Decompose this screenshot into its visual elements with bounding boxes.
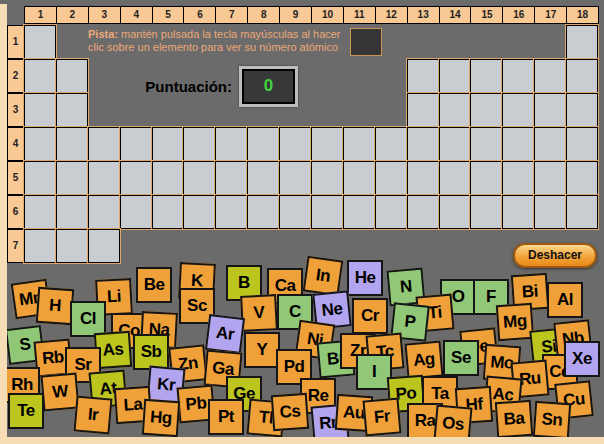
grid-cell-r6-c9[interactable] — [279, 195, 311, 229]
grid-cell-r5-c8[interactable] — [247, 161, 279, 195]
grid-cell-r4-c15[interactable] — [470, 127, 502, 161]
grid-cell-r4-c11[interactable] — [343, 127, 375, 161]
grid-cell-r4-c7[interactable] — [215, 127, 247, 161]
grid-cell-r6-c7[interactable] — [215, 195, 247, 229]
grid-cell-r4-c12[interactable] — [375, 127, 407, 161]
grid-cell-r5-c15[interactable] — [470, 161, 502, 195]
grid-cell-r5-c4[interactable] — [120, 161, 152, 195]
element-tile-Ar[interactable]: Ar — [205, 314, 245, 354]
grid-cell-r4-c16[interactable] — [502, 127, 534, 161]
grid-cell-r3-c13[interactable] — [407, 93, 439, 127]
grid-cell-r4-c5[interactable] — [152, 127, 184, 161]
grid-cell-r5-c17[interactable] — [534, 161, 566, 195]
grid-cell-r7-c1[interactable] — [24, 229, 56, 263]
grid-cell-r6-c13[interactable] — [407, 195, 439, 229]
element-tile-Pt[interactable]: Pt — [208, 399, 244, 435]
element-tile-Y[interactable]: Y — [244, 332, 280, 368]
grid-cell-r5-c14[interactable] — [439, 161, 471, 195]
element-tile-Be[interactable]: Be — [136, 267, 172, 303]
grid-cell-r3-c1[interactable] — [24, 93, 56, 127]
grid-cell-r6-c16[interactable] — [502, 195, 534, 229]
grid-cell-r5-c13[interactable] — [407, 161, 439, 195]
grid-cell-r4-c14[interactable] — [439, 127, 471, 161]
grid-cell-r2-c15[interactable] — [470, 59, 502, 93]
element-tile-Sn[interactable]: Sn — [533, 401, 571, 439]
grid-cell-r4-c3[interactable] — [88, 127, 120, 161]
grid-cell-r4-c13[interactable] — [407, 127, 439, 161]
grid-cell-r6-c15[interactable] — [470, 195, 502, 229]
grid-cell-r3-c16[interactable] — [502, 93, 534, 127]
element-tile-Hg[interactable]: Hg — [142, 399, 180, 437]
grid-cell-r4-c6[interactable] — [183, 127, 215, 161]
grid-cell-r7-c2[interactable] — [56, 229, 88, 263]
grid-cell-r2-c18[interactable] — [566, 59, 598, 93]
element-tile-Xe[interactable]: Xe — [564, 341, 600, 377]
grid-cell-r5-c7[interactable] — [215, 161, 247, 195]
grid-cell-r4-c17[interactable] — [534, 127, 566, 161]
element-tile-In[interactable]: In — [303, 256, 344, 297]
element-tile-W[interactable]: W — [40, 372, 79, 411]
element-tile-Ir[interactable]: Ir — [73, 395, 112, 434]
grid-cell-r6-c14[interactable] — [439, 195, 471, 229]
grid-cell-r6-c18[interactable] — [566, 195, 598, 229]
element-tile-Ag[interactable]: Ag — [404, 340, 443, 379]
grid-cell-r4-c10[interactable] — [311, 127, 343, 161]
element-tile-He[interactable]: He — [347, 260, 383, 296]
element-tile-Al[interactable]: Al — [547, 282, 583, 318]
element-tile-Te[interactable]: Te — [8, 393, 44, 429]
element-tile-Fr[interactable]: Fr — [362, 397, 401, 436]
grid-cell-r2-c17[interactable] — [534, 59, 566, 93]
undo-button[interactable]: Deshacer — [513, 243, 597, 268]
element-tile-Cr[interactable]: Cr — [352, 298, 388, 334]
grid-cell-r5-c11[interactable] — [343, 161, 375, 195]
grid-cell-r6-c11[interactable] — [343, 195, 375, 229]
grid-cell-r7-c3[interactable] — [88, 229, 120, 263]
grid-cell-r1-c1[interactable] — [24, 25, 56, 59]
grid-cell-r5-c3[interactable] — [88, 161, 120, 195]
grid-cell-r5-c1[interactable] — [24, 161, 56, 195]
grid-cell-r6-c8[interactable] — [247, 195, 279, 229]
grid-cell-r6-c4[interactable] — [120, 195, 152, 229]
grid-cell-r2-c16[interactable] — [502, 59, 534, 93]
grid-cell-r4-c8[interactable] — [247, 127, 279, 161]
grid-cell-r2-c13[interactable] — [407, 59, 439, 93]
grid-cell-r5-c12[interactable] — [375, 161, 407, 195]
grid-cell-r5-c5[interactable] — [152, 161, 184, 195]
element-tile-Cl[interactable]: Cl — [70, 301, 106, 337]
grid-cell-r1-c18[interactable] — [566, 25, 598, 59]
grid-cell-r6-c6[interactable] — [183, 195, 215, 229]
grid-cell-r5-c2[interactable] — [56, 161, 88, 195]
grid-cell-r3-c18[interactable] — [566, 93, 598, 127]
element-tile-Cs[interactable]: Cs — [271, 393, 309, 431]
grid-cell-r5-c10[interactable] — [311, 161, 343, 195]
grid-cell-r5-c18[interactable] — [566, 161, 598, 195]
grid-cell-r3-c17[interactable] — [534, 93, 566, 127]
grid-cell-r6-c1[interactable] — [24, 195, 56, 229]
element-tile-Ba[interactable]: Ba — [495, 400, 533, 438]
grid-cell-r6-c3[interactable] — [88, 195, 120, 229]
grid-cell-r2-c1[interactable] — [24, 59, 56, 93]
grid-cell-r3-c15[interactable] — [470, 93, 502, 127]
element-tile-Mg[interactable]: Mg — [496, 303, 534, 341]
grid-cell-r6-c5[interactable] — [152, 195, 184, 229]
grid-cell-r5-c16[interactable] — [502, 161, 534, 195]
grid-cell-r4-c2[interactable] — [56, 127, 88, 161]
grid-cell-r4-c4[interactable] — [120, 127, 152, 161]
grid-cell-r4-c18[interactable] — [566, 127, 598, 161]
grid-cell-r5-c9[interactable] — [279, 161, 311, 195]
grid-cell-r5-c6[interactable] — [183, 161, 215, 195]
grid-cell-r3-c2[interactable] — [56, 93, 88, 127]
grid-cell-r3-c14[interactable] — [439, 93, 471, 127]
grid-cell-r6-c10[interactable] — [311, 195, 343, 229]
element-tile-H[interactable]: H — [36, 287, 74, 325]
grid-cell-r6-c2[interactable] — [56, 195, 88, 229]
element-tile-Se[interactable]: Se — [443, 340, 479, 376]
grid-cell-r2-c14[interactable] — [439, 59, 471, 93]
element-tile-Sb[interactable]: Sb — [133, 334, 169, 370]
grid-cell-r2-c2[interactable] — [56, 59, 88, 93]
grid-cell-r6-c17[interactable] — [534, 195, 566, 229]
grid-cell-r4-c1[interactable] — [24, 127, 56, 161]
grid-cell-r4-c9[interactable] — [279, 127, 311, 161]
element-tile-V[interactable]: V — [240, 294, 278, 332]
grid-cell-r6-c12[interactable] — [375, 195, 407, 229]
